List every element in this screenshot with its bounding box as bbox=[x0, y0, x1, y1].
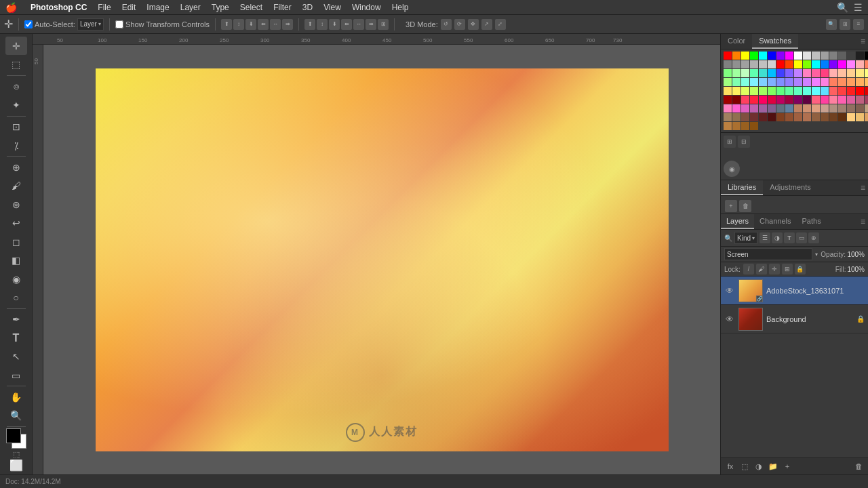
swatch-cell[interactable] bbox=[785, 104, 793, 113]
workspace-icon[interactable]: ≡ bbox=[853, 19, 864, 30]
tab-layers[interactable]: Layers bbox=[721, 214, 754, 229]
layer-visibility-toggle[interactable]: 👁 bbox=[724, 314, 735, 325]
swatch-cell[interactable] bbox=[732, 69, 741, 77]
menu-type[interactable]: Type bbox=[212, 3, 229, 12]
swatch-cell[interactable] bbox=[785, 113, 793, 121]
swatch-cell[interactable] bbox=[759, 52, 767, 60]
lasso-tool[interactable]: ⌾ bbox=[5, 77, 27, 96]
swatch-cell[interactable] bbox=[724, 52, 732, 60]
layer-visibility-toggle[interactable]: 👁 bbox=[724, 285, 735, 296]
layers-panel-options[interactable]: ≡ bbox=[861, 217, 865, 226]
swatch-cell[interactable] bbox=[847, 52, 855, 60]
swatch-cell[interactable] bbox=[829, 69, 837, 77]
swatch-cell[interactable] bbox=[847, 104, 855, 113]
layer-row[interactable]: 👁 Background 🔒 bbox=[721, 305, 868, 333]
swatch-cell[interactable] bbox=[803, 96, 811, 104]
panel-toggle-icon[interactable]: ☰ bbox=[854, 2, 863, 13]
align-top-icon[interactable]: ⬆ bbox=[221, 19, 232, 30]
swatch-cell[interactable] bbox=[794, 87, 802, 95]
show-transform-checkbox[interactable] bbox=[115, 20, 123, 28]
lock-artboard-icon[interactable]: ⊞ bbox=[782, 264, 793, 274]
swatch-cell[interactable] bbox=[741, 104, 749, 113]
align-vcenter-icon[interactable]: ↕ bbox=[233, 19, 244, 30]
swatch-cell[interactable] bbox=[741, 96, 749, 104]
swatch-cell[interactable] bbox=[794, 78, 802, 86]
swatch-cell[interactable] bbox=[724, 113, 732, 121]
swatch-cell[interactable] bbox=[821, 60, 829, 68]
selection-tool[interactable]: ⬚ bbox=[5, 55, 27, 73]
magic-wand-tool[interactable]: ✦ bbox=[5, 96, 27, 114]
swatch-cell[interactable] bbox=[750, 122, 758, 130]
swatch-cell[interactable] bbox=[724, 78, 732, 86]
3d-rotate-icon[interactable]: ↺ bbox=[441, 19, 452, 30]
swatch-cell[interactable] bbox=[768, 69, 776, 77]
swatch-cell[interactable] bbox=[821, 113, 829, 121]
swatch-cell[interactable] bbox=[865, 52, 868, 60]
lib-icon-add[interactable]: + bbox=[725, 200, 737, 212]
swatch-cell[interactable] bbox=[741, 52, 749, 60]
move-tool[interactable]: ✛ bbox=[5, 37, 27, 55]
swatch-cell[interactable] bbox=[865, 104, 868, 113]
swatch-cell[interactable] bbox=[829, 52, 837, 60]
tab-adjustments[interactable]: Adjustments bbox=[763, 180, 818, 195]
lock-move-icon[interactable]: ✛ bbox=[769, 264, 780, 274]
blur-tool[interactable]: ◉ bbox=[5, 270, 27, 288]
panel-icon-right[interactable]: ⊞ bbox=[840, 19, 850, 30]
swatch-cell[interactable] bbox=[724, 104, 732, 113]
swatch-cell[interactable] bbox=[847, 87, 855, 95]
fill-value[interactable]: 100% bbox=[847, 266, 865, 273]
swatch-cell[interactable] bbox=[794, 52, 802, 60]
swatch-cell[interactable] bbox=[821, 52, 829, 60]
swatch-cell[interactable] bbox=[821, 78, 829, 86]
menu-image[interactable]: Image bbox=[146, 3, 169, 12]
swatch-cell[interactable] bbox=[776, 113, 785, 121]
menu-edit[interactable]: Edit bbox=[122, 3, 136, 12]
auto-select-checkbox[interactable] bbox=[24, 20, 33, 28]
filter-pixel-icon[interactable]: ☰ bbox=[760, 232, 770, 243]
swatch-cell[interactable] bbox=[803, 104, 811, 113]
swatch-cell[interactable] bbox=[865, 60, 868, 68]
swatch-cell[interactable] bbox=[776, 78, 785, 86]
swatch-cell[interactable] bbox=[724, 122, 732, 130]
swatch-cell[interactable] bbox=[803, 52, 811, 60]
swatch-cell[interactable] bbox=[759, 60, 767, 68]
swatch-cell[interactable] bbox=[856, 87, 864, 95]
tab-swatches[interactable]: Swatches bbox=[752, 34, 798, 49]
swatch-cell[interactable] bbox=[829, 60, 837, 68]
swatch-cell[interactable] bbox=[750, 60, 758, 68]
swatch-cell[interactable] bbox=[750, 78, 758, 86]
swatch-cell[interactable] bbox=[732, 87, 741, 95]
layer-link-icon[interactable]: 🔗 bbox=[756, 296, 763, 302]
swatch-cell[interactable] bbox=[847, 69, 855, 77]
mini-icon-2[interactable]: ⊟ bbox=[738, 136, 750, 148]
swatch-cell[interactable] bbox=[750, 96, 758, 104]
swatch-cell[interactable] bbox=[776, 60, 785, 68]
swatch-cell[interactable] bbox=[812, 113, 820, 121]
swatch-cell[interactable] bbox=[785, 96, 793, 104]
dodge-tool[interactable]: ○ bbox=[5, 288, 27, 306]
swatch-cell[interactable] bbox=[838, 87, 846, 95]
swatch-cell[interactable] bbox=[785, 60, 793, 68]
swatch-cell[interactable] bbox=[821, 96, 829, 104]
swatch-cell[interactable] bbox=[732, 60, 741, 68]
swatch-cell[interactable] bbox=[812, 104, 820, 113]
menu-file[interactable]: File bbox=[98, 3, 111, 12]
swatch-cell[interactable] bbox=[768, 113, 776, 121]
swatch-cell[interactable] bbox=[812, 60, 820, 68]
swatch-cell[interactable] bbox=[768, 96, 776, 104]
swatch-cell[interactable] bbox=[776, 69, 785, 77]
filter-text-icon[interactable]: T bbox=[784, 232, 795, 243]
swatch-cell[interactable] bbox=[794, 60, 802, 68]
swatch-cell[interactable] bbox=[829, 78, 837, 86]
3d-slide-icon[interactable]: ↗ bbox=[481, 19, 492, 30]
swatch-cell[interactable] bbox=[838, 113, 846, 121]
swatch-cell[interactable] bbox=[741, 113, 749, 121]
eyedropper-tool[interactable]: ⁒ bbox=[5, 136, 27, 155]
swatch-cell[interactable] bbox=[847, 113, 855, 121]
swatch-cell[interactable] bbox=[759, 104, 767, 113]
gradient-tool[interactable]: ◧ bbox=[5, 251, 27, 269]
add-mask-button[interactable]: ⬚ bbox=[738, 460, 751, 472]
swatch-cell[interactable] bbox=[838, 52, 846, 60]
mini-icon-1[interactable]: ⊞ bbox=[724, 136, 736, 148]
swatch-cell[interactable] bbox=[794, 69, 802, 77]
